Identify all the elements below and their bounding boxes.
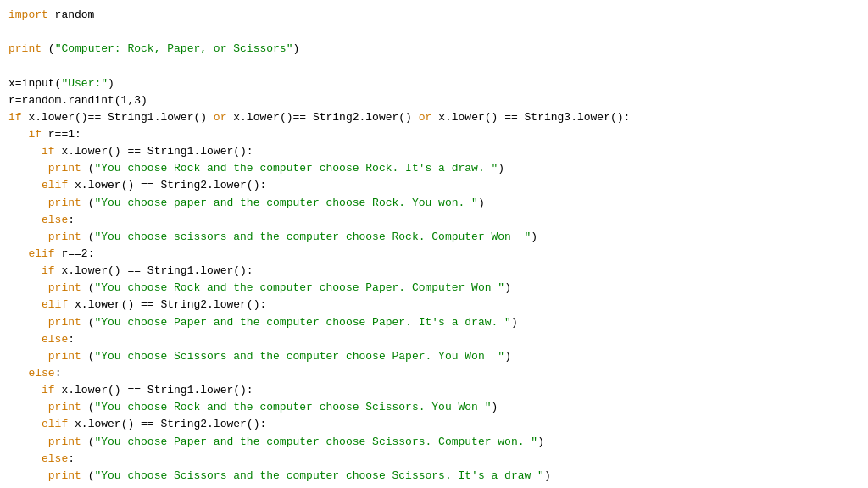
code-editor: import random print ("Computer: Rock, Pa… [8, 7, 860, 488]
